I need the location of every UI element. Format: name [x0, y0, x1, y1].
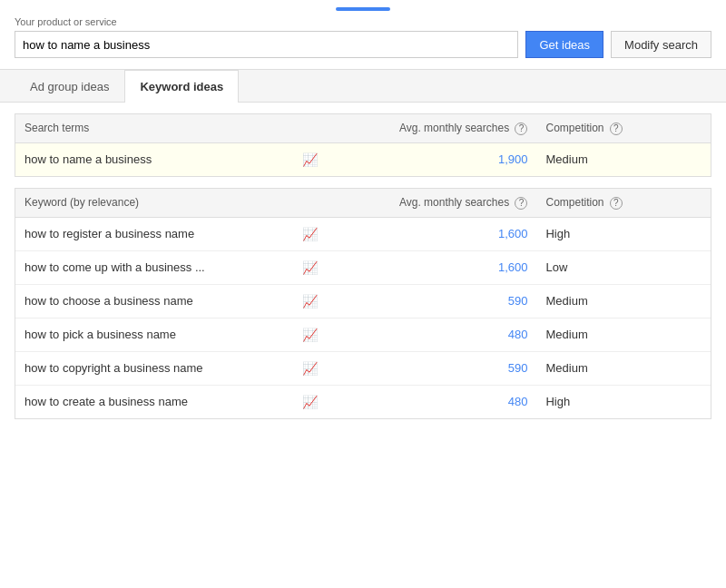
keyword-ideas-col3-header: Competition ? — [536, 189, 711, 217]
modify-search-button[interactable]: Modify search — [611, 31, 711, 58]
search-terms-table: Search terms Avg. monthly searches ? Com… — [15, 113, 711, 177]
search-terms-col1-header: Search terms — [15, 114, 293, 142]
competition-cell: High — [536, 385, 711, 418]
chart-icon[interactable]: 📈 — [293, 385, 328, 418]
avg-monthly-cell: 590 — [329, 284, 537, 318]
search-terms-col2-header: Avg. monthly searches ? — [329, 114, 537, 142]
get-ideas-button[interactable]: Get ideas — [525, 31, 603, 58]
search-terms-col3-header: Competition ? — [536, 114, 711, 142]
avg-monthly-cell: 1,600 — [329, 250, 537, 284]
avg-monthly-cell: 590 — [329, 351, 537, 385]
competition-cell: Medium — [536, 318, 711, 351]
keyword-ideas-table: Keyword (by relevance) Avg. monthly sear… — [15, 188, 711, 419]
chart-icon[interactable]: 📈 — [293, 250, 328, 284]
competition-cell: Medium — [536, 142, 711, 176]
keyword-ideas-section: Keyword (by relevance) Avg. monthly sear… — [15, 188, 726, 419]
competition-cell: Medium — [536, 351, 711, 385]
keyword-cell: how to come up with a business ... — [15, 250, 293, 284]
avg-monthly-cell: 480 — [329, 318, 537, 351]
avg-monthly-cell: 480 — [329, 385, 537, 418]
tabs-bar: Ad group ideas Keyword ideas — [0, 70, 726, 103]
chart-icon[interactable]: 📈 — [293, 142, 328, 176]
keyword-cell: how to choose a business name — [15, 284, 293, 318]
chart-icon[interactable]: 📈 — [293, 318, 328, 351]
competition-cell: High — [536, 217, 711, 250]
competition-cell: Medium — [536, 284, 711, 318]
table-row[interactable]: how to register a business name 📈 1,600 … — [15, 217, 711, 250]
chart-icon[interactable]: 📈 — [293, 217, 328, 250]
table-row[interactable]: how to copyright a business name 📈 590 M… — [15, 351, 711, 385]
avg-monthly-cell: 1,600 — [329, 217, 537, 250]
competition-help-icon-2[interactable]: ? — [610, 197, 623, 210]
table-row[interactable]: how to name a business 📈 1,900 Medium — [15, 142, 711, 176]
keyword-ideas-col2-header: Avg. monthly searches ? — [329, 189, 537, 217]
table-row[interactable]: how to come up with a business ... 📈 1,6… — [15, 250, 711, 284]
avg-monthly-cell: 1,900 — [329, 142, 537, 176]
tab-keyword-ideas[interactable]: Keyword ideas — [124, 70, 239, 103]
keyword-cell: how to pick a business name — [15, 318, 293, 351]
search-terms-section: Search terms Avg. monthly searches ? Com… — [15, 113, 726, 177]
keyword-cell: how to copyright a business name — [15, 351, 293, 385]
avg-monthly-help-icon-1[interactable]: ? — [515, 122, 527, 135]
keyword-cell: how to register a business name — [15, 217, 293, 250]
chart-icon[interactable]: 📈 — [293, 351, 328, 385]
table-row[interactable]: how to create a business name 📈 480 High — [15, 385, 711, 418]
search-input[interactable] — [15, 31, 518, 58]
keyword-ideas-col1-header: Keyword (by relevance) — [15, 189, 293, 217]
keyword-cell: how to name a business — [15, 142, 293, 176]
tab-ad-group-ideas[interactable]: Ad group ideas — [15, 70, 124, 103]
keyword-cell: how to create a business name — [15, 385, 293, 418]
table-row[interactable]: how to pick a business name 📈 480 Medium — [15, 318, 711, 351]
progress-bar — [336, 7, 390, 11]
competition-help-icon-1[interactable]: ? — [610, 122, 623, 135]
avg-monthly-help-icon-2[interactable]: ? — [515, 197, 527, 210]
table-row[interactable]: how to choose a business name 📈 590 Medi… — [15, 284, 711, 318]
chart-icon[interactable]: 📈 — [293, 284, 328, 318]
search-label: Your product or service — [15, 16, 711, 27]
competition-cell: Low — [536, 250, 711, 284]
